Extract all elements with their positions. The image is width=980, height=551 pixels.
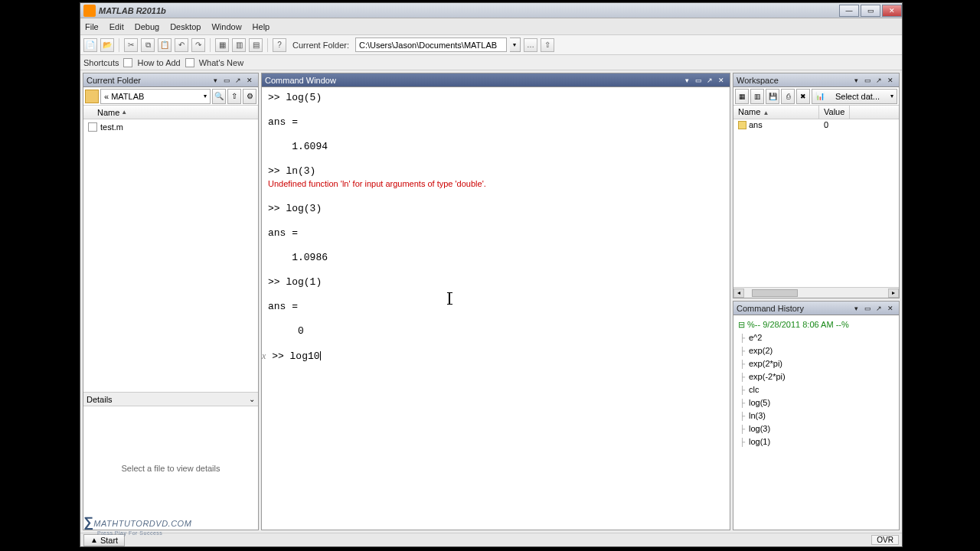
start-button[interactable]: ▲ Start <box>83 534 125 546</box>
menu-desktop[interactable]: Desktop <box>170 22 201 31</box>
matlab-window: MATLAB R2011b — ▭ ✕ File Edit Debug Desk… <box>80 2 903 547</box>
workspace-hscrollbar[interactable]: ◂ ▸ <box>733 287 899 298</box>
workspace-list[interactable]: ans 0 <box>733 119 899 287</box>
panel-minimize-icon[interactable]: ▭ <box>221 75 232 86</box>
close-button[interactable]: ✕ <box>882 5 902 17</box>
panel-menu-icon[interactable]: ▾ <box>210 75 220 86</box>
chevron-down-icon[interactable]: ⌄ <box>249 395 255 403</box>
panel-title-text: Workspace <box>737 76 779 85</box>
cut-icon[interactable]: ✂ <box>124 38 138 52</box>
menubar: File Edit Debug Desktop Window Help <box>80 18 902 35</box>
delete-icon[interactable]: ✖ <box>796 89 810 104</box>
ovr-indicator: OVR <box>871 535 899 545</box>
command-window-titlebar[interactable]: Command Window ▾ ▭ ↗ ✕ <box>262 73 730 87</box>
search-icon[interactable]: 🔍 <box>212 89 226 104</box>
paste-icon[interactable]: 📋 <box>158 38 172 52</box>
redo-icon[interactable]: ↷ <box>191 38 205 52</box>
panel-minimize-icon[interactable]: ▭ <box>693 75 704 86</box>
browse-folder-icon[interactable]: … <box>524 38 537 52</box>
panel-minimize-icon[interactable]: ▭ <box>862 75 873 86</box>
panel-undock-icon[interactable]: ↗ <box>704 75 715 86</box>
command-window-panel: Command Window ▾ ▭ ↗ ✕ >> log(5) ans = 1… <box>261 73 730 530</box>
current-folder-dropdown-icon[interactable]: ▾ <box>510 37 521 52</box>
open-icon[interactable]: 📂 <box>100 38 114 52</box>
panel-menu-icon[interactable]: ▾ <box>681 75 692 86</box>
name-column-header[interactable]: Name <box>97 108 119 117</box>
panel-menu-icon[interactable]: ▾ <box>851 303 861 314</box>
folder-up-icon[interactable]: ⇧ <box>227 89 241 104</box>
text-cursor-icon <box>449 292 450 305</box>
folder-breadcrumb[interactable]: « MATLAB▾ <box>100 89 211 104</box>
mfile-icon <box>88 122 97 132</box>
command-history-body[interactable]: ⊟ %-- 9/28/2011 8:06 AM --%e^2exp(2)exp(… <box>733 315 899 530</box>
panel-minimize-icon[interactable]: ▭ <box>862 303 873 314</box>
panel-title-text: Command History <box>737 304 804 313</box>
panel-undock-icon[interactable]: ↗ <box>874 75 884 86</box>
menu-help[interactable]: Help <box>253 22 270 31</box>
scroll-right-icon[interactable]: ▸ <box>888 289 899 298</box>
new-script-icon[interactable]: 📄 <box>83 38 97 52</box>
details-title: Details <box>87 395 113 404</box>
panel-close-icon[interactable]: ✕ <box>885 75 896 86</box>
file-list-header[interactable]: Name ▲ <box>83 106 258 119</box>
panel-undock-icon[interactable]: ↗ <box>874 303 884 314</box>
command-history-titlebar[interactable]: Command History ▾ ▭ ↗ ✕ <box>733 302 899 315</box>
ws-name-column[interactable]: Name ▲ <box>733 106 819 119</box>
select-data-dropdown[interactable]: 📊 Select dat... ▾ <box>812 89 897 104</box>
guide-icon[interactable]: ▥ <box>232 38 246 52</box>
shortcut-icon <box>185 58 194 67</box>
undo-icon[interactable]: ↶ <box>175 38 188 52</box>
shortcut-whats-new[interactable]: What's New <box>199 58 243 67</box>
panel-undock-icon[interactable]: ↗ <box>233 75 243 86</box>
print-icon[interactable]: ⎙ <box>781 89 795 104</box>
ws-value-column[interactable]: Value <box>819 106 850 119</box>
current-folder-path[interactable] <box>355 37 507 52</box>
command-window-body[interactable]: >> log(5) ans = 1.6094 >> ln(3) Undefine… <box>262 87 730 530</box>
current-folder-titlebar[interactable]: Current Folder ▾ ▭ ↗ ✕ <box>83 73 258 87</box>
minimize-button[interactable]: — <box>839 5 859 17</box>
titlebar[interactable]: MATLAB R2011b — ▭ ✕ <box>80 3 902 18</box>
shortcuts-label: Shortcuts <box>83 58 119 67</box>
details-placeholder: Select a file to view details <box>83 406 258 530</box>
import-icon[interactable]: ▥ <box>750 89 764 104</box>
file-list[interactable]: test.m <box>83 119 258 392</box>
help-icon[interactable]: ? <box>273 38 286 52</box>
file-name: test.m <box>100 122 123 132</box>
simulink-icon[interactable]: ▦ <box>215 38 229 52</box>
workspace-header: Name ▲ Value <box>733 106 899 119</box>
profiler-icon[interactable]: ▤ <box>249 38 263 52</box>
panel-title-text: Current Folder <box>87 76 141 85</box>
panel-close-icon[interactable]: ✕ <box>885 303 896 314</box>
current-folder-label: Current Folder: <box>292 41 349 50</box>
panel-title-text: Command Window <box>265 76 336 85</box>
new-var-icon[interactable]: ▦ <box>735 89 749 104</box>
separator <box>267 38 268 52</box>
menu-file[interactable]: File <box>85 22 99 31</box>
menu-debug[interactable]: Debug <box>135 22 159 31</box>
menu-edit[interactable]: Edit <box>109 22 124 31</box>
details-header[interactable]: Details ⌄ <box>83 393 258 406</box>
panel-close-icon[interactable]: ✕ <box>716 75 727 86</box>
menu-window[interactable]: Window <box>211 22 241 31</box>
workspace-panel: Workspace ▾ ▭ ↗ ✕ ▦ ▥ 💾 ⎙ ✖ 📊 <box>733 73 900 298</box>
current-folder-panel: Current Folder ▾ ▭ ↗ ✕ « MATLAB▾ 🔍 ⇧ ⚙ <box>83 73 259 530</box>
separator <box>119 38 119 52</box>
shortcut-how-to-add[interactable]: How to Add <box>137 58 180 67</box>
panel-close-icon[interactable]: ✕ <box>244 75 255 86</box>
up-folder-icon[interactable]: ⇧ <box>541 38 554 52</box>
save-ws-icon[interactable]: 💾 <box>766 89 779 104</box>
copy-icon[interactable]: ⧉ <box>141 38 155 52</box>
maximize-button[interactable]: ▭ <box>861 5 880 17</box>
matlab-logo-icon <box>83 5 96 17</box>
scroll-thumb[interactable] <box>752 289 798 297</box>
variable-icon <box>738 121 746 129</box>
workspace-variable-row[interactable]: ans 0 <box>733 119 899 130</box>
workspace-titlebar[interactable]: Workspace ▾ ▭ ↗ ✕ <box>733 73 899 87</box>
variable-value: 0 <box>819 119 833 130</box>
variable-name: ans <box>749 120 763 129</box>
folder-gear-icon[interactable]: ⚙ <box>243 89 256 104</box>
panel-menu-icon[interactable]: ▾ <box>851 75 861 86</box>
scroll-left-icon[interactable]: ◂ <box>733 289 744 298</box>
file-item[interactable]: test.m <box>88 121 253 133</box>
statusbar: ▲ Start OVR <box>80 533 902 546</box>
